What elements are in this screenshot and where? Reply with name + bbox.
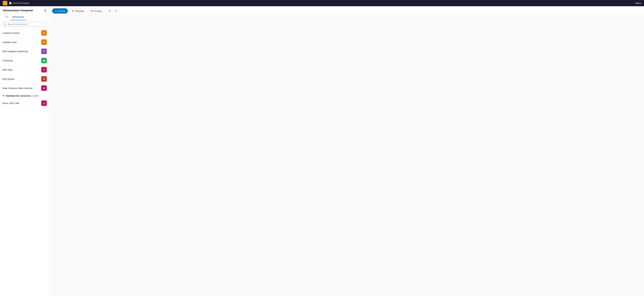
- s3-icon: [41, 58, 47, 63]
- topbar-left: ⌂ 📄 Unsaved changes: [3, 1, 29, 5]
- chevron-down-icon: ▼: [2, 94, 5, 97]
- sidebar-tabs: List Resources: [0, 14, 49, 20]
- redo-button[interactable]: ↻: [113, 8, 119, 14]
- alexa-icon: [41, 100, 47, 106]
- resource-item-sqs[interactable]: SQS Queue: [0, 74, 49, 84]
- canvas-content[interactable]: [49, 16, 644, 296]
- arrange-button[interactable]: ⊞ Arrange: [88, 8, 104, 14]
- search-container: 🔍: [0, 20, 49, 29]
- undo-button[interactable]: ↺: [107, 8, 112, 14]
- standard-iac-count: (1308): [32, 94, 38, 97]
- topbar: ⌂ 📄 Unsaved changes Menu: [0, 0, 644, 6]
- sidebar-title: Infrastructure Composer: [3, 9, 33, 12]
- template-label: Template: [75, 10, 84, 12]
- standard-iac-header: ▼ Standard IaC resources (1308): [0, 93, 49, 99]
- menu-label[interactable]: Menu: [636, 2, 641, 5]
- resource-name: Lambda Layer: [2, 41, 17, 44]
- resource-list: Lambda Function Lambda Layer RDS Databas…: [0, 29, 49, 296]
- collapse-sidebar-button[interactable]: ❮: [44, 9, 46, 12]
- canvas-icon: ⬡: [55, 10, 57, 12]
- resource-name: Alexa::ASK::Skill: [2, 102, 19, 105]
- template-button[interactable]: ☰ Template: [69, 8, 87, 14]
- sns-icon: [41, 67, 47, 72]
- resource-item-alexa[interactable]: Alexa::ASK::Skill: [0, 99, 49, 108]
- search-box: 🔍: [2, 22, 47, 27]
- resource-item-s3[interactable]: S3 Bucket: [0, 56, 49, 65]
- resource-item-rds[interactable]: RDS Database (External): [0, 47, 49, 56]
- lambda-layer-icon: [41, 39, 47, 45]
- step-functions-icon: [41, 85, 47, 91]
- tab-resources[interactable]: Resources: [10, 14, 26, 20]
- rds-icon: [41, 49, 47, 54]
- resource-name: Lambda Function: [2, 32, 20, 34]
- undo-redo-group: ↺ ↻: [107, 8, 119, 14]
- unsaved-label: 📄 Unsaved changes: [9, 2, 29, 4]
- canvas-button[interactable]: ⬡ Canvas: [52, 8, 68, 14]
- sqs-icon: [41, 76, 47, 82]
- resource-item-lambda-function[interactable]: Lambda Function: [0, 29, 49, 38]
- lambda-function-icon: [41, 30, 47, 36]
- resource-name: S3 Bucket: [2, 59, 13, 62]
- main-layout: Infrastructure Composer ❮ List Resources…: [0, 6, 644, 296]
- sidebar-header: Infrastructure Composer ❮: [0, 6, 49, 14]
- canvas-toolbar: ⬡ Canvas ☰ Template ⊞ Arrange ↺ ↻: [49, 6, 644, 16]
- arrange-label: Arrange: [94, 10, 102, 12]
- resource-item-lambda-layer[interactable]: Lambda Layer: [0, 38, 49, 47]
- resource-item-sns[interactable]: SNS Topic: [0, 65, 49, 74]
- resource-name: RDS Database (External): [2, 50, 28, 53]
- search-icon: 🔍: [4, 23, 6, 26]
- unsaved-text: Unsaved changes: [12, 2, 29, 4]
- resource-name: Step Functions State machine: [2, 87, 32, 89]
- canvas-label: Canvas: [58, 10, 65, 12]
- sidebar: Infrastructure Composer ❮ List Resources…: [0, 6, 49, 296]
- tab-list[interactable]: List: [3, 14, 10, 20]
- home-icon[interactable]: ⌂: [3, 1, 7, 5]
- resource-name: SQS Queue: [2, 78, 14, 80]
- template-icon: ☰: [72, 10, 74, 12]
- canvas-area: ⬡ Canvas ☰ Template ⊞ Arrange ↺ ↻: [49, 6, 644, 296]
- search-input[interactable]: [8, 23, 45, 26]
- resource-item-step-functions[interactable]: Step Functions State machine: [0, 84, 49, 93]
- resource-name: SNS Topic: [2, 69, 13, 71]
- arrange-icon: ⊞: [91, 10, 93, 12]
- standard-iac-label: Standard IaC resources: [6, 94, 31, 97]
